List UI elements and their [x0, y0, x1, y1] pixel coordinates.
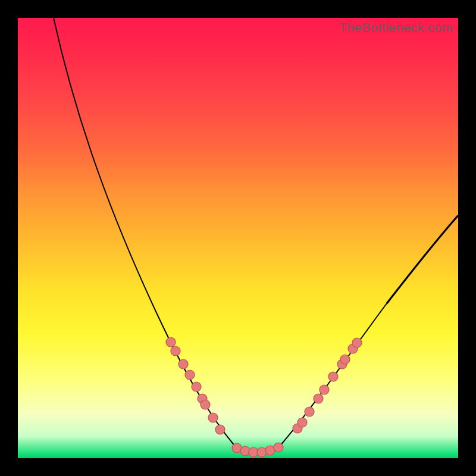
data-dot — [166, 337, 176, 347]
data-dot — [171, 346, 180, 356]
data-dot — [240, 446, 250, 456]
data-dot — [305, 407, 314, 416]
data-dot — [314, 394, 323, 403]
data-dot — [274, 443, 283, 452]
curve-left-branch — [54, 18, 235, 446]
data-dot — [340, 355, 350, 364]
plot-area: TheBottleneck.com — [18, 18, 458, 458]
data-dot — [178, 359, 188, 369]
data-dot — [257, 447, 267, 457]
data-dot — [320, 385, 329, 394]
dot-group — [166, 337, 362, 457]
data-dot — [298, 418, 307, 427]
data-dot — [215, 425, 225, 434]
data-dot — [201, 400, 210, 409]
outer-frame: TheBottleneck.com — [0, 0, 476, 476]
data-dot — [328, 372, 338, 381]
curve-right-branch-tail — [387, 215, 458, 303]
data-dot — [208, 413, 218, 422]
data-dot — [352, 338, 362, 347]
data-dot — [192, 382, 201, 392]
chart-svg — [18, 18, 458, 458]
data-dot — [185, 370, 195, 380]
